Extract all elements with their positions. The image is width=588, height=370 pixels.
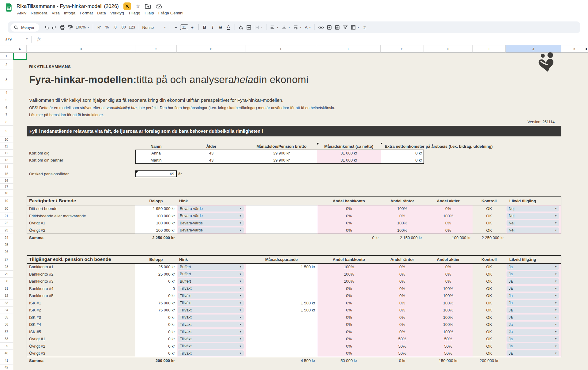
likvid-dropdown[interactable]: Nej▼	[507, 213, 559, 219]
menu-verktyg[interactable]: Verktyg	[108, 10, 126, 17]
row-header[interactable]: 22	[0, 219, 13, 227]
row-header[interactable]: 29	[0, 271, 13, 278]
row-header[interactable]: 25	[0, 241, 13, 248]
cell-manadssparande[interactable]: 1 500 kr	[246, 299, 317, 307]
menu-arkiv[interactable]: Arkiv	[15, 10, 28, 17]
likvid-dropdown[interactable]: Ja▼	[507, 278, 559, 284]
hink-dropdown[interactable]: Buffert▼	[178, 278, 244, 284]
cell-alder[interactable]: 43	[177, 157, 246, 164]
row-header[interactable]: 9	[0, 126, 13, 136]
font-size-input[interactable]: 11	[180, 24, 188, 30]
row-header[interactable]: 36	[0, 321, 13, 328]
row-header[interactable]: 13	[0, 157, 13, 164]
cell-andel-bankkonto[interactable]: 0%	[317, 292, 381, 299]
cell-andel-bankkonto[interactable]: 100%	[317, 263, 381, 271]
insert-link-button[interactable]	[317, 23, 325, 31]
cell-netto[interactable]: 31 000 kr	[317, 150, 381, 157]
likvid-dropdown[interactable]: Nej▼	[507, 227, 559, 233]
cell-andel-aktier[interactable]: 0%	[424, 227, 473, 234]
cell-andel-bankkonto[interactable]: 100%	[317, 278, 381, 285]
cell-manadssparande[interactable]	[246, 278, 317, 285]
row-header[interactable]: 23	[0, 227, 13, 234]
cell-manadssparande[interactable]	[246, 271, 317, 278]
row-header[interactable]: 3	[0, 70, 13, 90]
cell-empty[interactable]	[246, 227, 317, 234]
cell-andel-bankkonto[interactable]: 0%	[317, 343, 381, 350]
hink-dropdown[interactable]: Tillväxt▼	[178, 343, 244, 349]
cell-belopp[interactable]: 0 kr	[135, 343, 177, 350]
hink-dropdown[interactable]: Bevara-värde▼	[178, 227, 244, 233]
cell-andel-aktier[interactable]: 0%	[424, 263, 473, 271]
row-header[interactable]: 16	[0, 177, 13, 184]
cell-andel-aktier[interactable]: 0%	[424, 278, 473, 285]
cell-andel-bankkonto[interactable]: 0%	[317, 335, 381, 343]
pivot-table-button[interactable]: ▼	[349, 23, 361, 31]
row-header[interactable]: 1	[0, 53, 13, 60]
cell-andel-bankkonto[interactable]: 0%	[317, 219, 381, 227]
document-title[interactable]: RikaTillsammans - Fyra-hinkar-modell (20…	[17, 3, 119, 9]
cell-andel-rantor[interactable]: 0%	[381, 278, 424, 285]
row-header[interactable]: 41	[0, 357, 13, 365]
cell-andel-aktier[interactable]: 50%	[424, 350, 473, 357]
cell-andel-aktier[interactable]: 0%	[424, 271, 473, 278]
cell-andel-bankkonto[interactable]: 0%	[317, 314, 381, 321]
cell-belopp[interactable]: 100 000 kr	[135, 219, 177, 227]
row-header[interactable]: 10	[0, 136, 13, 143]
undo-button[interactable]	[43, 23, 50, 31]
cell-extra[interactable]: 0 kr	[381, 150, 424, 157]
more-formats-button[interactable]: 123	[127, 23, 136, 31]
sheets-logo-icon[interactable]	[6, 3, 12, 13]
decrease-font-size-button[interactable]: −	[172, 23, 180, 31]
cell-belopp[interactable]: 0 kr	[135, 350, 177, 357]
star-icon[interactable]: ☆	[136, 4, 140, 9]
cell-andel-aktier[interactable]: 50%	[424, 335, 473, 343]
cell-belopp[interactable]: 0 kr	[135, 321, 177, 328]
cell-belopp[interactable]: 25 000 kr	[135, 263, 177, 271]
cell-andel-aktier[interactable]: 100%	[424, 328, 473, 336]
likvid-dropdown[interactable]: Ja▼	[507, 315, 559, 320]
cell-extra[interactable]: 0 kr	[381, 157, 424, 164]
cell-andel-rantor[interactable]: 100%	[381, 219, 424, 227]
cell-andel-rantor[interactable]: 0%	[381, 314, 424, 321]
menu-format[interactable]: Format	[77, 10, 95, 17]
cell-andel-rantor[interactable]: 0%	[381, 285, 424, 292]
likvid-dropdown[interactable]: Ja▼	[507, 300, 559, 306]
col-header-b[interactable]: B	[27, 45, 135, 53]
likvid-dropdown[interactable]: Ja▼	[507, 322, 559, 327]
cell-andel-aktier[interactable]: 100%	[424, 292, 473, 299]
cell-andel-rantor[interactable]: 50%	[381, 343, 424, 350]
cell-empty[interactable]	[246, 205, 317, 212]
paint-format-button[interactable]	[66, 23, 74, 31]
cell-andel-aktier[interactable]: 100%	[424, 307, 473, 314]
hink-dropdown[interactable]: Tillväxt▼	[178, 315, 244, 320]
cell-andel-bankkonto[interactable]: 0%	[317, 285, 381, 292]
cell-andel-rantor[interactable]: 0%	[381, 328, 424, 336]
menu-redigera[interactable]: Redigera	[28, 10, 50, 17]
cell-belopp[interactable]: 0 kr	[135, 292, 177, 299]
row-header[interactable]: 28	[0, 263, 13, 271]
menu-tillagg[interactable]: Tillägg	[126, 10, 142, 17]
pension-age-input[interactable]: 69	[135, 170, 177, 177]
likvid-dropdown[interactable]: Ja▼	[507, 343, 559, 349]
col-header-e[interactable]: E	[246, 45, 317, 53]
col-header-k[interactable]: K◀	[561, 45, 588, 53]
cell-belopp[interactable]: 0 kr	[135, 335, 177, 343]
format-currency-button[interactable]: kr	[95, 23, 103, 31]
select-all-corner[interactable]	[0, 45, 13, 53]
cell-andel-bankkonto[interactable]: 0%	[317, 299, 381, 307]
cell-andel-bankkonto[interactable]: 0%	[317, 212, 381, 220]
format-percent-button[interactable]: %	[103, 23, 111, 31]
insert-chart-button[interactable]	[334, 23, 341, 31]
menu-hjalp[interactable]: Hjälp	[142, 10, 156, 17]
cell-belopp[interactable]: 0 kr	[135, 328, 177, 336]
text-rotation-button[interactable]: A▼	[303, 23, 312, 31]
cell-manadssparande[interactable]	[246, 350, 317, 357]
cell-belopp[interactable]: 100 000 kr	[135, 212, 177, 220]
cell-manadssparande[interactable]	[246, 335, 317, 343]
likvid-dropdown[interactable]: Ja▼	[507, 307, 559, 313]
cell-andel-rantor[interactable]: 0%	[381, 321, 424, 328]
cell-andel-bankkonto[interactable]: 0%	[317, 321, 381, 328]
row-header[interactable]: 35	[0, 314, 13, 321]
cell-manadssparande[interactable]	[246, 292, 317, 299]
col-header-i[interactable]: I	[473, 45, 506, 53]
